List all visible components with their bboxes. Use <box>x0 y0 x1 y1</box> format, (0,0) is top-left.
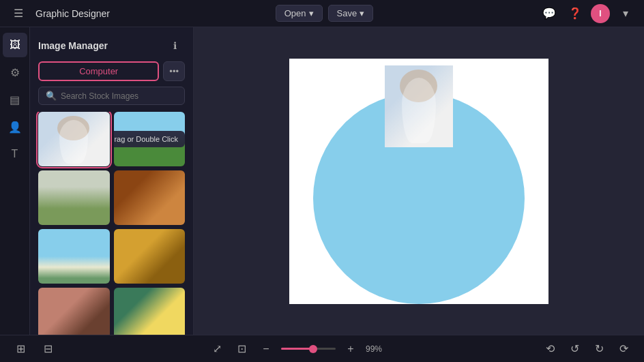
topbar-right: 💬 ❓ I ▾ <box>539 3 636 24</box>
zoom-slider[interactable] <box>281 348 336 350</box>
fit-view-icon[interactable]: ⤢ <box>207 340 226 359</box>
computer-button[interactable]: Computer <box>38 61 159 81</box>
bottom-bar: ⊞ ⊟ ⤢ ⊡ − + 99% ⟲ ↺ ↻ ⟳ <box>0 335 644 362</box>
save-button[interactable]: Save ▾ <box>328 5 374 22</box>
rail-images-icon[interactable]: 🖼 <box>3 33 27 57</box>
image-item-8[interactable] <box>114 288 186 335</box>
image-item-2[interactable]: Drag or Double Click <box>114 112 186 166</box>
rail-text-icon[interactable]: T <box>3 142 27 166</box>
app-title: Graphic Designer <box>35 8 110 19</box>
avatar[interactable]: I <box>591 4 610 23</box>
open-button[interactable]: Open ▾ <box>276 5 323 22</box>
image-item-5[interactable] <box>38 229 110 284</box>
topbar-left: ☰ Graphic Designer <box>8 3 110 24</box>
bottom-left: ⊞ ⊟ <box>11 340 57 359</box>
drag-tooltip: Drag or Double Click <box>114 131 186 147</box>
image-item-3[interactable] <box>38 170 110 225</box>
zoom-in-icon[interactable]: + <box>341 340 360 359</box>
bottom-center: ⤢ ⊡ − + 99% <box>207 340 390 359</box>
search-icon: 🔍 <box>46 91 57 101</box>
icon-rail: 🖼 ⚙ ▤ 👤 T <box>0 27 30 335</box>
sidebar-header: Image Manager ℹ <box>30 27 193 61</box>
sidebar-controls: Computer ••• <box>30 61 193 87</box>
topbar-center: Open ▾ Save ▾ <box>276 5 373 22</box>
rotate-icon[interactable]: ⟳ <box>614 340 633 359</box>
more-options-button[interactable]: ••• <box>163 61 185 81</box>
design-canvas[interactable] <box>289 59 548 304</box>
layers-icon[interactable]: ⊞ <box>11 340 30 359</box>
main-layout: 🖼 ⚙ ▤ 👤 T Image Manager ℹ Computer ••• 🔍 <box>0 27 644 335</box>
search-input[interactable] <box>61 91 177 101</box>
zoom-out-icon[interactable]: − <box>257 340 276 359</box>
reset-icon[interactable]: ⟲ <box>540 340 559 359</box>
sidebar-panel: Image Manager ℹ Computer ••• 🔍 Drag or D… <box>30 27 194 335</box>
canvas-area <box>194 27 644 335</box>
image-item-7[interactable] <box>38 288 110 335</box>
image-item-1[interactable] <box>38 112 110 166</box>
undo-icon[interactable]: ↺ <box>565 340 584 359</box>
zoom-percentage: 99% <box>366 344 390 354</box>
image-grid: Drag or Double Click <box>30 112 193 335</box>
info-icon[interactable]: ℹ <box>164 35 185 56</box>
image-item-4[interactable] <box>114 170 186 225</box>
help-icon[interactable]: ❓ <box>565 3 585 24</box>
canvas-photo[interactable] <box>385 65 453 147</box>
rail-layers-icon[interactable]: ▤ <box>3 87 27 112</box>
image-item-6[interactable] <box>114 229 186 284</box>
grid-view-icon[interactable]: ⊟ <box>38 340 57 359</box>
sidebar-title: Image Manager <box>38 40 108 51</box>
chat-icon[interactable]: 💬 <box>539 3 559 24</box>
crop-icon[interactable]: ⊡ <box>232 340 251 359</box>
rail-people-icon[interactable]: 👤 <box>3 115 27 139</box>
topbar: ☰ Graphic Designer Open ▾ Save ▾ 💬 ❓ I ▾ <box>0 0 644 27</box>
expand-icon[interactable]: ▾ <box>615 3 636 24</box>
bottom-right: ⟲ ↺ ↻ ⟳ <box>540 340 633 359</box>
menu-icon[interactable]: ☰ <box>8 3 29 24</box>
rail-adjust-icon[interactable]: ⚙ <box>3 60 27 85</box>
redo-icon[interactable]: ↻ <box>589 340 609 359</box>
search-bar: 🔍 <box>38 87 185 105</box>
